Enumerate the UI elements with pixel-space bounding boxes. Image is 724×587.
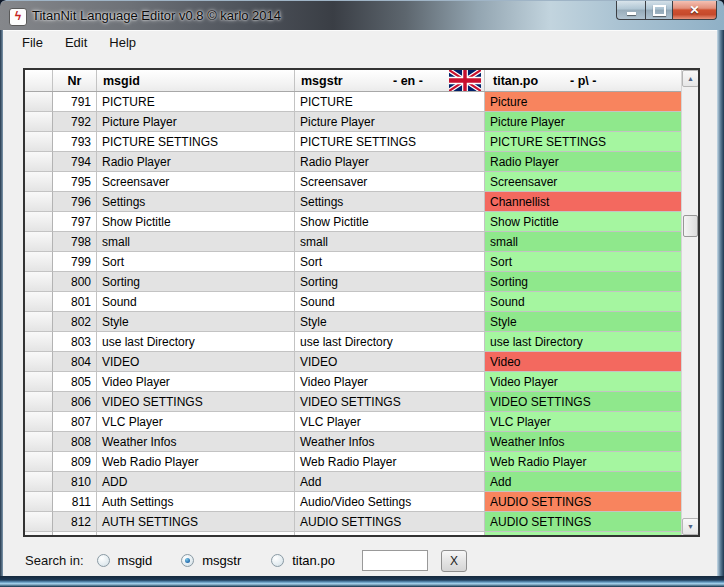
row-selector-cell[interactable] xyxy=(25,252,53,272)
scroll-up-button[interactable]: ▲ xyxy=(682,70,699,87)
msgid-cell[interactable]: PICTURE xyxy=(97,92,295,112)
row-selector-cell[interactable] xyxy=(25,352,53,372)
search-radio-titanpo[interactable]: titan.po xyxy=(271,553,335,568)
row-selector-cell[interactable] xyxy=(25,92,53,112)
msgid-cell[interactable]: VLC Player xyxy=(97,412,295,432)
titanpo-cell[interactable]: Sound xyxy=(485,292,681,312)
table-row[interactable]: 810ADDAddAdd xyxy=(25,472,681,492)
table-row[interactable]: 793PICTURE SETTINGSPICTURE SETTINGSPICTU… xyxy=(25,132,681,152)
row-selector-cell[interactable] xyxy=(25,192,53,212)
titanpo-cell[interactable]: Sort xyxy=(485,252,681,272)
msgstr-cell[interactable]: Add xyxy=(295,472,485,492)
msgid-cell[interactable]: use last Directory xyxy=(97,332,295,352)
titanpo-cell[interactable]: Picture Player xyxy=(485,112,681,132)
header-titanpo[interactable]: titan.po - p\ - xyxy=(485,70,681,91)
msgid-cell[interactable]: AUTH SETTINGS xyxy=(97,512,295,532)
row-selector-cell[interactable] xyxy=(25,472,53,492)
msgid-cell[interactable]: VIDEO SETTINGS xyxy=(97,392,295,412)
msgid-cell[interactable]: Radio Player xyxy=(97,152,295,172)
maximize-button[interactable] xyxy=(645,1,672,20)
scrollbar-thumb[interactable] xyxy=(683,215,698,237)
msgstr-cell[interactable]: Sorting xyxy=(295,272,485,292)
msgid-cell[interactable]: ADD xyxy=(97,472,295,492)
msgstr-cell[interactable]: Copy xyxy=(295,532,485,535)
msgid-cell[interactable]: Weather Infos xyxy=(97,432,295,452)
msgstr-cell[interactable]: Style xyxy=(295,312,485,332)
row-selector-cell[interactable] xyxy=(25,272,53,292)
titanpo-cell[interactable]: VLC Player xyxy=(485,412,681,432)
msgstr-cell[interactable]: Weather Infos xyxy=(295,432,485,452)
titanpo-cell[interactable]: Show Pictitle xyxy=(485,212,681,232)
scroll-down-button[interactable]: ▼ xyxy=(682,518,699,535)
table-row[interactable]: 798smallsmallsmall xyxy=(25,232,681,252)
table-row[interactable]: 804VIDEOVIDEOVideo xyxy=(25,352,681,372)
titanpo-cell[interactable]: Video Player xyxy=(485,372,681,392)
table-row[interactable]: 792Picture PlayerPicture PlayerPicture P… xyxy=(25,112,681,132)
row-selector-cell[interactable] xyxy=(25,332,53,352)
titanpo-cell[interactable]: Video xyxy=(485,352,681,372)
msgid-cell[interactable]: Show Pictitle xyxy=(97,212,295,232)
row-selector-cell[interactable] xyxy=(25,372,53,392)
table-row[interactable]: 809Web Radio PlayerWeb Radio PlayerWeb R… xyxy=(25,452,681,472)
titanpo-cell[interactable]: Picture xyxy=(485,92,681,112)
table-row[interactable]: 802StyleStyleStyle xyxy=(25,312,681,332)
msgstr-cell[interactable]: Picture Player xyxy=(295,112,485,132)
titanpo-cell[interactable]: PICTURE SETTINGS xyxy=(485,132,681,152)
table-row[interactable]: 801SoundSoundSound xyxy=(25,292,681,312)
titanpo-cell[interactable]: Weather Infos xyxy=(485,432,681,452)
table-row[interactable]: 808Weather InfosWeather InfosWeather Inf… xyxy=(25,432,681,452)
table-row[interactable]: 812AUTH SETTINGSAUDIO SETTINGSAUDIO SETT… xyxy=(25,512,681,532)
msgstr-cell[interactable]: Video Player xyxy=(295,372,485,392)
row-selector-cell[interactable] xyxy=(25,412,53,432)
msgid-cell[interactable]: VIDEO xyxy=(97,352,295,372)
msgstr-cell[interactable]: Sort xyxy=(295,252,485,272)
titanpo-cell[interactable]: VIDEO SETTINGS xyxy=(485,392,681,412)
titanpo-cell[interactable]: use last Directory xyxy=(485,332,681,352)
titanpo-cell[interactable]: small xyxy=(485,232,681,252)
menu-item-edit[interactable]: Edit xyxy=(54,32,98,53)
table-row[interactable]: 807VLC PlayerVLC PlayerVLC Player xyxy=(25,412,681,432)
msgstr-cell[interactable]: Settings xyxy=(295,192,485,212)
search-radio-msgstr[interactable]: msgstr xyxy=(181,553,241,568)
titanpo-cell[interactable]: Channellist xyxy=(485,192,681,212)
msgstr-cell[interactable]: VLC Player xyxy=(295,412,485,432)
row-selector-cell[interactable] xyxy=(25,492,53,512)
table-row[interactable]: 794Radio PlayerRadio PlayerRadio Player xyxy=(25,152,681,172)
row-selector-cell[interactable] xyxy=(25,512,53,532)
msgstr-cell[interactable]: Sound xyxy=(295,292,485,312)
row-selector-cell[interactable] xyxy=(25,392,53,412)
msgid-cell[interactable]: COPY xyxy=(97,532,295,535)
titanpo-cell[interactable]: Sorting xyxy=(485,272,681,292)
table-row[interactable]: 796SettingsSettingsChannellist xyxy=(25,192,681,212)
titanpo-cell[interactable]: Web Radio Player xyxy=(485,452,681,472)
msgid-cell[interactable]: Sound xyxy=(97,292,295,312)
table-row[interactable]: 806VIDEO SETTINGSVIDEO SETTINGSVIDEO SET… xyxy=(25,392,681,412)
msgstr-cell[interactable]: VIDEO xyxy=(295,352,485,372)
table-row[interactable]: 795ScreensaverScreensaverScreensaver xyxy=(25,172,681,192)
title-bar[interactable]: ϟ TitanNit Language Editor v0.8 © karlo … xyxy=(0,0,724,31)
msgstr-cell[interactable]: PICTURE xyxy=(295,92,485,112)
msgid-cell[interactable]: Auth Settings xyxy=(97,492,295,512)
msgid-cell[interactable]: Settings xyxy=(97,192,295,212)
search-radio-msgid[interactable]: msgid xyxy=(97,553,153,568)
msgid-cell[interactable]: Picture Player xyxy=(97,112,295,132)
row-selector-cell[interactable] xyxy=(25,152,53,172)
vertical-scrollbar[interactable]: ▲ ▼ xyxy=(681,70,698,535)
table-row[interactable]: 803use last Directoryuse last Directoryu… xyxy=(25,332,681,352)
titanpo-cell[interactable]: Add xyxy=(485,472,681,492)
msgstr-cell[interactable]: Screensaver xyxy=(295,172,485,192)
msgstr-cell[interactable]: Radio Player xyxy=(295,152,485,172)
msgid-cell[interactable]: PICTURE SETTINGS xyxy=(97,132,295,152)
msgid-cell[interactable]: Sort xyxy=(97,252,295,272)
menu-item-file[interactable]: File xyxy=(11,32,54,53)
titanpo-cell[interactable]: Style xyxy=(485,312,681,332)
table-row[interactable]: 797Show PictitleShow PictitleShow Pictit… xyxy=(25,212,681,232)
msgid-cell[interactable]: Video Player xyxy=(97,372,295,392)
msgid-cell[interactable]: Screensaver xyxy=(97,172,295,192)
table-row[interactable]: 800SortingSortingSorting xyxy=(25,272,681,292)
table-row[interactable]: 813COPYCopyCopy xyxy=(25,532,681,535)
row-selector-cell[interactable] xyxy=(25,432,53,452)
table-row[interactable]: 791PICTUREPICTUREPicture xyxy=(25,92,681,112)
row-selector-cell[interactable] xyxy=(25,232,53,252)
msgid-cell[interactable]: Sorting xyxy=(97,272,295,292)
